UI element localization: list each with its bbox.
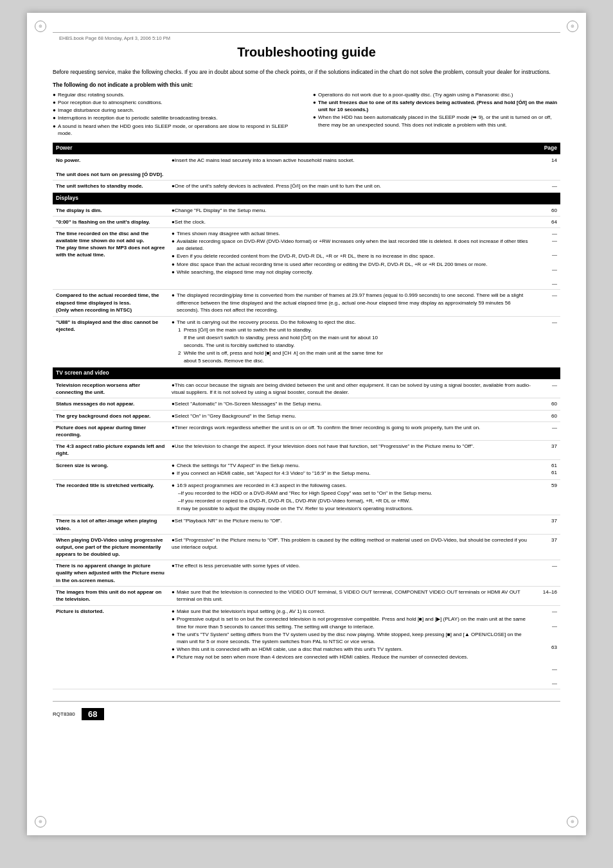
page-stretched: 59 (535, 479, 560, 515)
page-000: 64 (535, 216, 560, 227)
row-no-power: No power.The unit does not turn on press… (53, 154, 560, 181)
page-doubled: 37 (535, 534, 560, 560)
symptom-grey-background: The grey background does not appear. (53, 410, 168, 421)
section-power-empty (168, 143, 535, 154)
row-timer-recording: Picture does not appear during timer rec… (53, 421, 560, 440)
page-time-recorded: ————— (535, 227, 560, 290)
symptom-time-recorded: The time recorded on the disc and the av… (53, 227, 168, 290)
cause-timer-recording: ●Timer recordings work regardless whethe… (168, 421, 535, 440)
not-a-problem-header: The following do not indicate a problem … (53, 82, 560, 88)
page-screen-size: 6161 (535, 459, 560, 479)
page-no-image: 14–16 (535, 586, 560, 605)
row-no-quality-change: There is no apparent change in picture q… (53, 560, 560, 587)
page-tv-reception: — (535, 380, 560, 398)
bullet-right-3: ●When the HDD has been automatically pla… (313, 114, 560, 128)
cause-grey-background: ●Select "On" in "Grey Background" in the… (168, 410, 535, 421)
page-status-messages: 60 (535, 398, 560, 410)
symptom-no-power: No power.The unit does not turn on press… (53, 154, 168, 181)
symptom-screen-size: Screen size is wrong. (53, 459, 168, 479)
intro-text: Before requesting service, make the foll… (53, 69, 560, 76)
symptom-status-messages: Status messages do not appear. (53, 398, 168, 410)
section-tv-empty (168, 368, 535, 380)
section-displays: Displays (53, 192, 560, 204)
symptom-no-image: The images from this unit do not appear … (53, 586, 168, 605)
file-info: EHBS.book Page 68 Monday, April 3, 2006 … (59, 35, 560, 41)
row-standby: The unit switches to standby mode. ●One … (53, 181, 560, 192)
cause-screen-size: ●Check the settings for "TV Aspect" in t… (168, 459, 535, 479)
symptom-afterimage: There is a lot of after-image when playi… (53, 515, 168, 534)
symptom-000: "0:00" is flashing on the unit's display… (53, 216, 168, 227)
page-4to3: 37 (535, 441, 560, 459)
troubleshooting-table: Power Page No power.The unit does not tu… (53, 143, 560, 689)
symptom-no-quality: There is no apparent change in picture q… (53, 560, 168, 587)
page-standby: — (535, 181, 560, 192)
bullet-list: ●Regular disc rotating sounds. ●Poor rec… (53, 91, 560, 137)
page-title: Troubleshooting guide (53, 45, 560, 60)
page-distorted: ——63—— (535, 606, 560, 689)
page-no-power: 14 (535, 154, 560, 181)
row-distorted: Picture is distorted. ●Make sure that th… (53, 606, 560, 689)
bullet-right-1: ●Operations do not work due to a poor-qu… (313, 91, 560, 98)
row-screen-size: Screen size is wrong. ●Check the setting… (53, 459, 560, 479)
symptom-u88: "U88" is displayed and the disc cannot b… (53, 316, 168, 367)
bullets-right: ●Operations do not work due to a poor-qu… (313, 91, 560, 137)
footer: RQT8380 68 (53, 708, 560, 720)
page-timer-recording: — (535, 421, 560, 440)
page-grey-background: 60 (535, 410, 560, 421)
bullet-left-1: ●Regular disc rotating sounds. (53, 91, 300, 98)
cause-afterimage: ●Set "Playback NR" in the Picture menu t… (168, 515, 535, 534)
row-status-messages: Status messages do not appear. ●Select "… (53, 398, 560, 410)
footer-code: RQT8380 (53, 711, 75, 717)
row-tv-reception: Television reception worsens after conne… (53, 380, 560, 398)
row-elapsed-time: Compared to the actual recorded time, th… (53, 290, 560, 317)
bullet-left-2: ●Poor reception due to atmospheric condi… (53, 99, 300, 106)
cause-dim: ●Change "FL Display" in the Setup menu. (168, 204, 535, 216)
section-displays-label: Displays (53, 192, 168, 204)
cause-distorted: ●Make sure that the television's input s… (168, 606, 535, 689)
bullet-left-4: ●Interruptions in reception due to perio… (53, 114, 300, 121)
footer-page-number: 68 (82, 708, 104, 720)
section-power-label: Power (53, 143, 168, 154)
symptom-4to3: The 4:3 aspect ratio picture expands lef… (53, 441, 168, 459)
cause-status-messages: ●Select "Automatic" in "On-Screen Messag… (168, 398, 535, 410)
row-display-dim: The display is dim. ●Change "FL Display"… (53, 204, 560, 216)
symptom-elapsed: Compared to the actual recorded time, th… (53, 290, 168, 317)
corner-mark-br: ⊕ (567, 816, 578, 828)
page-u88: — (535, 316, 560, 367)
cause-standby: ●One of the unit's safety devices is act… (168, 181, 535, 192)
row-no-image-on-tv: The images from this unit do not appear … (53, 586, 560, 605)
row-stretched-title: The recorded title is stretched vertical… (53, 479, 560, 515)
row-4to3-aspect: The 4:3 aspect ratio picture expands lef… (53, 441, 560, 459)
page-afterimage: 37 (535, 515, 560, 534)
corner-mark-tr: ⊕ (567, 21, 578, 32)
section-power: Power Page (53, 143, 560, 154)
row-time-recorded: The time recorded on the disc and the av… (53, 227, 560, 290)
corner-mark-tl: ⊕ (35, 21, 46, 32)
section-tv-label: TV screen and video (53, 368, 168, 380)
symptom-tv-reception: Television reception worsens after conne… (53, 380, 168, 398)
page: ⊕ ⊕ ⊕ ⊕ EHBS.book Page 68 Monday, April … (27, 13, 586, 835)
page-dim: 60 (535, 204, 560, 216)
section-displays-empty (168, 192, 535, 204)
cause-no-image: ●Make sure that the television is connec… (168, 586, 535, 605)
bullet-left-3: ●Image disturbance during search. (53, 107, 300, 114)
row-doubled-up: When playing DVD-Video using progressive… (53, 534, 560, 560)
symptom-distorted: Picture is distorted. (53, 606, 168, 689)
cause-elapsed: ●The displayed recording/play time is co… (168, 290, 535, 317)
row-u88: "U88" is displayed and the disc cannot b… (53, 316, 560, 367)
section-power-page: Page (535, 143, 560, 154)
symptom-timer-recording: Picture does not appear during timer rec… (53, 421, 168, 440)
cause-no-quality: ●The effect is less perceivable with som… (168, 560, 535, 587)
bullet-right-2: ●The unit freezes due to one of its safe… (313, 99, 560, 113)
cause-000: ●Set the clock. (168, 216, 535, 227)
section-tv-page (535, 368, 560, 380)
cause-time-recorded: ●Times shown may disagree with actual ti… (168, 227, 535, 290)
symptom-dim: The display is dim. (53, 204, 168, 216)
cause-u88: ●The unit is carrying out the recovery p… (168, 316, 535, 367)
cause-4to3: ●Use the television to change the aspect… (168, 441, 535, 459)
page-elapsed: — (535, 290, 560, 317)
symptom-standby: The unit switches to standby mode. (53, 181, 168, 192)
bullets-left: ●Regular disc rotating sounds. ●Poor rec… (53, 91, 300, 137)
row-afterimage: There is a lot of after-image when playi… (53, 515, 560, 534)
bullet-left-5: ●A sound is heard when the HDD goes into… (53, 123, 300, 137)
